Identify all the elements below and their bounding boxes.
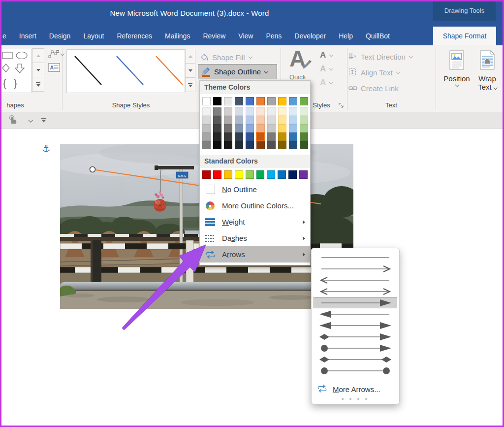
styles-gallery-more-button[interactable] [185, 77, 195, 92]
theme-color-swatch[interactable] [300, 97, 308, 105]
tab-references[interactable]: References [110, 27, 158, 45]
arrow-style-open-both[interactable] [314, 286, 397, 297]
theme-variant-swatch[interactable] [202, 124, 211, 132]
tab-developer[interactable]: Developer [288, 27, 332, 45]
theme-variant-swatch[interactable] [289, 116, 297, 124]
draw-text-box-button[interactable]: A [48, 63, 60, 74]
text-effects-button[interactable]: A [320, 78, 332, 88]
theme-variant-swatch[interactable] [267, 132, 276, 141]
create-link-button[interactable]: Create Link [348, 84, 399, 93]
theme-variant-swatch[interactable] [278, 124, 286, 132]
theme-variant-swatch[interactable] [235, 107, 243, 116]
theme-variant-swatch[interactable] [235, 141, 243, 149]
shapes-scroll-up-button[interactable] [32, 48, 44, 63]
theme-variant-swatch[interactable] [246, 124, 254, 132]
theme-variant-swatch[interactable] [213, 124, 221, 132]
shape-style-thumbnail-black[interactable] [71, 53, 105, 89]
theme-variant-swatch[interactable] [256, 116, 265, 124]
theme-color-swatch[interactable] [278, 97, 286, 105]
toolbar-more-icon[interactable] [40, 118, 47, 124]
theme-variant-swatch[interactable] [224, 116, 232, 124]
submenu-grip[interactable]: ● ● ● ● [312, 396, 399, 404]
tab-review[interactable]: Review [196, 27, 232, 45]
arrow-style-none[interactable] [314, 252, 397, 263]
menu-item-no-outline[interactable]: No Outline [200, 181, 310, 197]
theme-variant-swatch[interactable] [246, 116, 254, 124]
theme-variant-swatch[interactable] [213, 141, 221, 149]
arrow-style-open-right[interactable] [314, 263, 397, 274]
ink-dropdown-chevron-icon[interactable] [28, 118, 33, 123]
standard-color-swatch[interactable] [256, 170, 265, 179]
shapes-scroll-down-button[interactable] [32, 63, 44, 77]
align-text-button[interactable]: Align Text [348, 68, 399, 77]
wordart-dialog-launcher[interactable] [339, 103, 344, 108]
text-outline-button[interactable]: A [320, 64, 332, 74]
theme-variant-swatch[interactable] [246, 107, 254, 116]
draw-with-touch-icon[interactable] [7, 114, 20, 127]
tab-shape-format[interactable]: Shape Format [433, 27, 496, 45]
theme-variant-swatch[interactable] [300, 116, 308, 124]
standard-color-swatch[interactable] [202, 170, 211, 179]
theme-color-swatch[interactable] [246, 97, 254, 105]
menu-item-dashes[interactable]: Dashes [200, 230, 310, 246]
theme-variant-swatch[interactable] [300, 107, 308, 116]
edit-shape-button[interactable] [48, 50, 63, 58]
theme-variant-swatch[interactable] [300, 124, 308, 132]
text-direction-button[interactable]: A Text Direction [348, 52, 412, 61]
theme-variant-swatch[interactable] [235, 132, 243, 141]
theme-variant-swatch[interactable] [202, 141, 211, 149]
theme-variant-swatch[interactable] [213, 132, 221, 141]
theme-variant-swatch[interactable] [300, 132, 308, 141]
theme-variant-swatch[interactable] [278, 132, 286, 141]
arrow-style-circle-left-solid-right[interactable] [314, 342, 397, 354]
arrow-style-diamond-both[interactable] [314, 354, 397, 365]
shape-endpoint-handle[interactable] [90, 167, 95, 172]
tab-pens[interactable]: Pens [259, 27, 288, 45]
shape-style-thumbnail-orange[interactable] [152, 53, 187, 89]
theme-variant-swatch[interactable] [256, 141, 265, 149]
tab-design[interactable]: Design [43, 27, 77, 45]
theme-variant-swatch[interactable] [224, 107, 232, 116]
tab-view[interactable]: View [232, 27, 259, 45]
tab-insert[interactable]: Insert [13, 27, 43, 45]
standard-color-swatch[interactable] [235, 170, 243, 179]
tab-help[interactable]: Help [332, 27, 359, 45]
theme-variant-swatch[interactable] [267, 141, 276, 149]
menu-item-weight[interactable]: Weight [200, 214, 310, 230]
position-button[interactable]: Position [440, 50, 474, 87]
theme-variant-swatch[interactable] [278, 141, 286, 149]
theme-variant-swatch[interactable] [246, 132, 254, 141]
arrow-style-diamond-left-solid-right[interactable] [314, 331, 397, 342]
selected-color-swatch[interactable] [256, 132, 265, 141]
text-fill-button[interactable]: A [320, 50, 332, 60]
theme-variant-swatch[interactable] [213, 116, 221, 124]
theme-variant-swatch[interactable] [300, 141, 308, 149]
standard-color-swatch[interactable] [267, 170, 275, 179]
theme-color-swatch[interactable] [289, 97, 297, 105]
arrow-style-solid-right[interactable] [314, 297, 397, 308]
theme-variant-swatch[interactable] [224, 141, 232, 149]
more-arrows-button[interactable]: More Arrows... [312, 382, 399, 396]
shapes-gallery[interactable]: { } [1, 49, 32, 93]
theme-color-swatch[interactable] [256, 97, 265, 105]
theme-variant-swatch[interactable] [256, 107, 265, 116]
theme-variant-swatch[interactable] [202, 132, 211, 141]
theme-variant-swatch[interactable] [202, 116, 211, 124]
menu-item-more-outline-colors[interactable]: More Outline Colors... [200, 197, 310, 214]
tab-quillbot[interactable]: QuillBot [359, 27, 396, 45]
theme-color-swatch[interactable] [224, 97, 232, 105]
theme-variant-swatch[interactable] [213, 107, 221, 116]
theme-variant-swatch[interactable] [202, 107, 211, 116]
theme-color-swatch[interactable] [267, 97, 276, 105]
wrap-text-button[interactable]: WrapText [472, 50, 503, 91]
theme-variant-swatch[interactable] [256, 124, 265, 132]
theme-variant-swatch[interactable] [224, 132, 232, 141]
theme-variant-swatch[interactable] [246, 141, 254, 149]
theme-variant-swatch[interactable] [235, 124, 243, 132]
theme-variant-swatch[interactable] [278, 107, 286, 116]
theme-variant-swatch[interactable] [267, 116, 276, 124]
shapes-gallery-more-button[interactable] [32, 77, 44, 92]
theme-variant-swatch[interactable] [267, 124, 276, 132]
theme-variant-swatch[interactable] [289, 124, 297, 132]
arrow-style-open-left[interactable] [314, 274, 397, 286]
